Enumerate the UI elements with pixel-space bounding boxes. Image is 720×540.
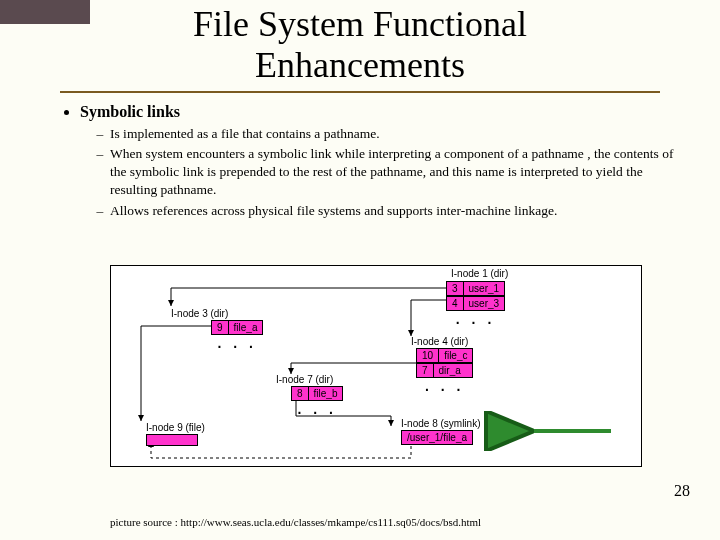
bullet-item: Allows references across physical file s…: [110, 202, 680, 220]
slide-content: Symbolic links Is implemented as a file …: [40, 103, 680, 220]
inode4-label: I-node 4 (dir): [411, 336, 468, 347]
section-heading: Symbolic links Is implemented as a file …: [80, 103, 680, 220]
inode1-label: I-node 1 (dir): [451, 268, 508, 279]
title-line-2: Enhancements: [255, 45, 465, 85]
inode7-label: I-node 7 (dir): [276, 374, 333, 385]
heading-text: Symbolic links: [80, 103, 180, 120]
corner-decoration: [0, 0, 90, 24]
footer-source: picture source : http://www.seas.ucla.ed…: [110, 516, 481, 528]
slide-title: File System Functional Enhancements: [60, 4, 660, 93]
inode9-label: I-node 9 (file): [146, 422, 205, 433]
bullet-item: When system encounters a symbolic link w…: [110, 145, 680, 200]
inode8-label: I-node 8 (symlink): [401, 418, 480, 429]
inode3-label: I-node 3 (dir): [171, 308, 228, 319]
page-number: 28: [674, 482, 690, 500]
title-line-1: File System Functional: [193, 4, 527, 44]
inode-diagram: I-node 1 (dir) 3user_1 4user_3 . . . I-n…: [110, 265, 642, 467]
bullet-item: Is implemented as a file that contains a…: [110, 125, 680, 143]
